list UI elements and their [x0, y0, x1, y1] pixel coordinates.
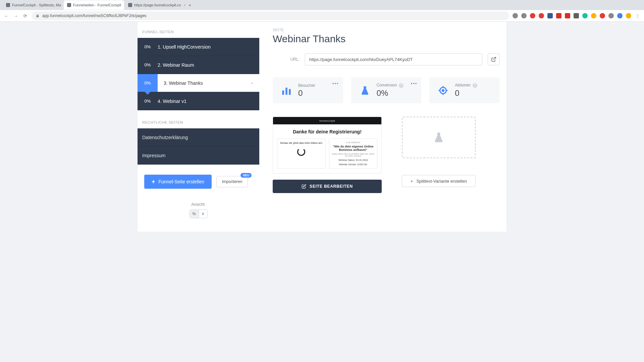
preview-headline: Danke für deine Registrierung!: [277, 129, 377, 134]
funnel-page-item[interactable]: 0% 4. Webinar v1: [138, 92, 259, 110]
stat-conversion: Conversion? 0% •••: [351, 77, 422, 103]
funnel-label: 4. Webinar v1: [158, 99, 259, 104]
browser-tab[interactable]: https://page.funnelcockpit.co×: [125, 0, 185, 10]
splittest-placeholder: [402, 117, 476, 158]
viewport: FUNNEL-SEITEN 0% 1. Upsell HighConversio…: [0, 22, 644, 362]
url-row: URL:: [273, 53, 500, 65]
new-badge: NEU: [240, 173, 252, 178]
legal-item-privacy[interactable]: Datenschutzerklärung: [138, 128, 259, 146]
ext-icon[interactable]: [530, 13, 535, 18]
svg-point-5: [442, 89, 444, 91]
plus-icon: +: [411, 179, 413, 184]
lock-icon: [36, 14, 40, 18]
ext-icon[interactable]: [574, 13, 579, 18]
edit-icon: [302, 184, 306, 189]
view-toggle: Ansicht: % ≡: [138, 202, 259, 218]
preview-main: funnelcockpit Danke für deine Registrier…: [273, 117, 382, 193]
funnel-pct: 0%: [138, 62, 158, 67]
reload-button[interactable]: ⟳: [22, 13, 28, 19]
eyebrow: SEITE: [273, 28, 500, 32]
stat-menu-button[interactable]: •••: [411, 81, 418, 86]
ext-icon[interactable]: [582, 13, 588, 18]
back-button[interactable]: ←: [3, 13, 9, 19]
stat-menu-button[interactable]: •••: [332, 81, 339, 86]
funnel-page-item[interactable]: 0% 1. Upsell HighConversion: [138, 38, 259, 56]
browser-tab[interactable]: Funnelseiten - FunnelCockpit×: [64, 0, 124, 10]
browser-tab[interactable]: FunnelCockpit - Splittests, Ma×: [3, 0, 63, 10]
flask-icon: [433, 132, 444, 143]
target-icon: [436, 83, 450, 98]
plus-icon: +: [152, 178, 155, 185]
create-splittest-button[interactable]: + Splittest-Variante erstellen: [402, 175, 476, 187]
view-list-button[interactable]: ≡: [199, 210, 207, 218]
sidebar-section-funnel: FUNNEL-SEITEN: [138, 28, 259, 38]
ext-icon[interactable]: [600, 13, 605, 18]
stats-row: Besucher 0 ••• Conversion? 0% •••: [273, 77, 500, 103]
import-button[interactable]: Importieren NEU: [216, 176, 248, 187]
svg-rect-3: [289, 89, 291, 95]
svg-rect-1: [282, 90, 284, 95]
page-title: Webinar Thanks: [273, 33, 500, 45]
funnel-page-item-active[interactable]: 0% 3. Webinar Thanks ›: [138, 74, 259, 92]
ext-icon[interactable]: [608, 13, 614, 18]
stat-actions: Aktionen? 0: [429, 77, 500, 103]
ext-icon[interactable]: [617, 13, 623, 18]
splittest-col: + Splittest-Variante erstellen: [402, 117, 476, 187]
avatar[interactable]: [626, 13, 631, 18]
legal-item-imprint[interactable]: Impressum: [138, 146, 259, 165]
svg-rect-2: [285, 87, 287, 95]
ext-icon[interactable]: [591, 13, 596, 18]
page-container: FUNNEL-SEITEN 0% 1. Upsell HighConversio…: [138, 22, 506, 232]
browser-chrome: FunnelCockpit - Splittests, Ma× Funnelse…: [0, 0, 644, 22]
external-link-icon: [491, 57, 496, 62]
bars-icon: [279, 83, 293, 98]
stat-visitors: Besucher 0 •••: [273, 77, 343, 103]
open-page-button[interactable]: [488, 53, 500, 65]
help-icon[interactable]: ?: [399, 83, 404, 88]
forward-button[interactable]: →: [13, 13, 19, 19]
funnel-label: 1. Upsell HighConversion: [158, 44, 259, 50]
loading-icon: [297, 148, 305, 156]
svg-line-0: [493, 57, 496, 60]
ext-icon[interactable]: [565, 13, 570, 18]
page-preview: funnelcockpit Danke für deine Registrier…: [273, 117, 382, 174]
funnel-label: 2. Webinar Raum: [158, 62, 259, 68]
main: SEITE Webinar Thanks URL: Besucher 0: [273, 22, 506, 218]
funnel-pct: 0%: [138, 44, 158, 49]
url-text: app.funnelcockpit.com/funnel/nwSC6fNoSJ6…: [42, 13, 147, 18]
help-icon[interactable]: ?: [473, 83, 477, 88]
funnel-label: 3. Webinar Thanks: [158, 80, 251, 86]
close-icon[interactable]: ×: [124, 3, 124, 7]
preview-info-col: LIVE WEBINAR "Wie du dein eigenes Online…: [329, 138, 378, 169]
tab-bar: FunnelCockpit - Splittests, Ma× Funnelse…: [0, 0, 644, 10]
preview-video-col: Schau dir jetzt das Info-Video an!: [277, 138, 326, 169]
ext-icon[interactable]: [547, 13, 553, 18]
funnel-pct: 0%: [138, 99, 158, 104]
view-label: Ansicht:: [138, 202, 259, 207]
legal-list: RECHTLICHE SEITEN Datenschutzerklärung I…: [138, 118, 259, 165]
extension-icons: ⋮: [513, 13, 641, 19]
url-input[interactable]: app.funnelcockpit.com/funnel/nwSC6fNoSJ6…: [32, 11, 509, 20]
close-icon[interactable]: ×: [183, 3, 185, 7]
view-toggle-group: % ≡: [190, 209, 208, 218]
preview-brand: funnelcockpit: [273, 117, 381, 124]
chevron-right-icon: ›: [251, 81, 253, 85]
funnel-list: 0% 1. Upsell HighConversion 0% 2. Webina…: [138, 38, 259, 110]
funnel-page-item[interactable]: 0% 2. Webinar Raum: [138, 56, 259, 74]
ext-icon[interactable]: [521, 13, 527, 18]
menu-icon[interactable]: ⋮: [635, 13, 641, 19]
create-funnel-page-button[interactable]: + Funnel-Seite erstellen: [144, 175, 212, 189]
view-percent-button[interactable]: %: [190, 210, 199, 218]
ext-icon[interactable]: [513, 13, 518, 18]
url-label: URL:: [273, 57, 300, 62]
sidebar-actions: + Funnel-Seite erstellen Importieren NEU: [138, 165, 259, 189]
flask-icon: [358, 83, 372, 98]
ext-icon[interactable]: [556, 13, 561, 18]
sidebar: FUNNEL-SEITEN 0% 1. Upsell HighConversio…: [138, 22, 259, 218]
previews: funnelcockpit Danke für deine Registrier…: [273, 117, 500, 193]
sidebar-section-legal: RECHTLICHE SEITEN: [138, 118, 259, 128]
new-tab-button[interactable]: +: [186, 3, 194, 8]
edit-page-button[interactable]: SEITE BEARBEITEN: [273, 180, 382, 193]
ext-icon[interactable]: [539, 13, 544, 18]
page-url-input[interactable]: [305, 53, 482, 65]
